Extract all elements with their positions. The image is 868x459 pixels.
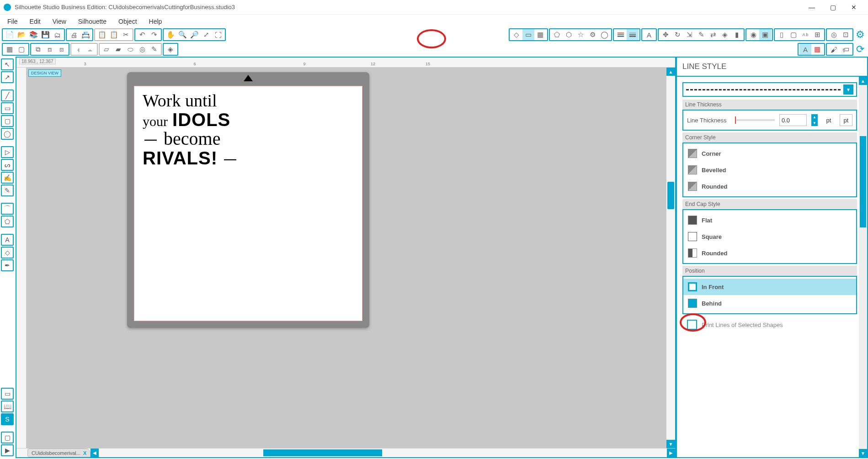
menu-view[interactable]: View: [48, 16, 71, 27]
detach-icon[interactable]: ✎: [148, 44, 160, 55]
line-pattern-dropdown[interactable]: ▼: [682, 82, 857, 97]
scroll-down-icon[interactable]: ▼: [666, 440, 675, 448]
group2-icon[interactable]: ⧇: [56, 44, 68, 55]
maximize-button[interactable]: ▢: [822, 0, 843, 14]
brush-icon[interactable]: 🖌: [828, 44, 840, 55]
close-button[interactable]: ✕: [843, 0, 864, 14]
new-icon[interactable]: 📄: [4, 29, 16, 40]
weld-icon[interactable]: ⬭: [124, 44, 136, 55]
menu-silhouette[interactable]: Silhouette: [74, 16, 111, 27]
play-icon[interactable]: ▶: [1, 444, 14, 456]
trace-icon[interactable]: ◉: [747, 29, 759, 40]
select-tool-icon[interactable]: ↖: [1, 58, 14, 70]
ungroup-icon[interactable]: ⧈: [44, 44, 56, 55]
layers-icon[interactable]: ◈: [165, 44, 176, 55]
save-icon[interactable]: 💾: [39, 29, 51, 40]
print-lines-checkbox[interactable]: [687, 320, 697, 330]
page-icon[interactable]: ▢: [788, 29, 799, 40]
line-tool-icon[interactable]: ╱: [1, 90, 14, 101]
knife-icon[interactable]: ✎: [695, 29, 707, 40]
close-tab-icon[interactable]: X: [83, 450, 86, 456]
view-grid-icon[interactable]: ▦: [811, 44, 823, 55]
unit-select[interactable]: pt: [840, 114, 852, 126]
panel-scrollbar[interactable]: ▲ ▼: [859, 77, 867, 457]
shape-star-icon[interactable]: ☆: [575, 29, 586, 40]
document-tab[interactable]: CUidolsbecomerival... X: [27, 448, 91, 457]
lib-2-icon[interactable]: 📖: [1, 401, 14, 412]
cut-settings-icon[interactable]: ▯: [776, 29, 788, 40]
cut-icon[interactable]: ✂: [120, 29, 132, 40]
save-as-icon[interactable]: 🗂: [51, 29, 63, 40]
panel-scroll-up-icon[interactable]: ▲: [859, 77, 867, 85]
grid-icon[interactable]: ▦: [534, 29, 546, 40]
send-icon[interactable]: 📇: [80, 29, 91, 40]
minimize-button[interactable]: —: [801, 0, 822, 14]
zoom-in-icon[interactable]: 🔍: [176, 29, 188, 40]
undo-icon[interactable]: ↶: [136, 29, 148, 40]
menu-object[interactable]: Object: [114, 16, 141, 27]
scroll-thumb-h[interactable]: [263, 449, 382, 456]
menu-edit[interactable]: Edit: [25, 16, 45, 27]
ellipse-icon[interactable]: ◯: [1, 128, 14, 140]
pan-icon[interactable]: ✋: [165, 29, 176, 40]
design-canvas[interactable]: DESIGN VIEW Work until your IDOLS ⸺ beco…: [27, 68, 666, 448]
arc-icon[interactable]: ⌒: [1, 203, 14, 215]
canvas-scrollbar-h[interactable]: [99, 448, 667, 457]
lib-3-icon[interactable]: S: [1, 413, 14, 425]
scroll-up-icon[interactable]: ▲: [666, 68, 675, 76]
round-rect-icon[interactable]: ▢: [1, 115, 14, 127]
deselect-icon[interactable]: ▢: [16, 44, 27, 55]
scroll-thumb-v[interactable]: [667, 182, 674, 209]
curve-tool-icon[interactable]: ᔕ: [1, 159, 14, 171]
refresh-icon[interactable]: ⟳: [854, 44, 866, 55]
eraser-icon[interactable]: ◇: [511, 29, 522, 40]
scroll-left-icon[interactable]: ◀: [91, 448, 99, 457]
reg-marks2-icon[interactable]: ⊡: [840, 29, 852, 40]
endcap-option-flat[interactable]: Flat: [683, 212, 856, 228]
endcap-option-square[interactable]: Square: [683, 228, 856, 245]
line-style-icon[interactable]: [627, 29, 639, 40]
endcap-option-rounded[interactable]: Rounded: [683, 245, 856, 261]
rotate-icon[interactable]: ↻: [671, 29, 683, 40]
fit-icon[interactable]: ⛶: [212, 29, 224, 40]
shape-pentagon-icon[interactable]: ⬠: [551, 29, 563, 40]
abc-icon[interactable]: A b: [799, 29, 811, 40]
print-icon[interactable]: 🖨: [68, 29, 80, 40]
position-option-front[interactable]: In Front: [683, 279, 856, 295]
dropdown-arrow-icon[interactable]: ▼: [843, 84, 853, 95]
menu-help[interactable]: Help: [144, 16, 167, 27]
tag-icon[interactable]: 🏷: [840, 44, 852, 55]
front-icon[interactable]: ▱: [101, 44, 112, 55]
select-all-icon[interactable]: ▦: [4, 44, 16, 55]
text-icon[interactable]: A: [1, 234, 14, 246]
thickness-slider[interactable]: [735, 119, 775, 121]
mirror-icon[interactable]: ⇄: [707, 29, 719, 40]
pen-icon[interactable]: ✒: [1, 259, 14, 271]
nest-icon[interactable]: ▮: [731, 29, 743, 40]
thickness-input[interactable]: 0.0: [779, 114, 807, 126]
polygon-tool-icon[interactable]: ▷: [1, 146, 14, 158]
shape-circle-icon[interactable]: ◯: [598, 29, 610, 40]
move-icon[interactable]: ✥: [660, 29, 671, 40]
paste-icon[interactable]: 📋: [108, 29, 120, 40]
corner-option-rounded[interactable]: Rounded: [683, 178, 856, 195]
edit-points-icon[interactable]: ↗: [1, 71, 14, 83]
settings-gear-icon[interactable]: ⚙: [854, 29, 866, 40]
freehand-icon[interactable]: ✍: [1, 172, 14, 184]
trace-area-icon[interactable]: ▣: [759, 29, 771, 40]
view-a-icon[interactable]: A: [799, 44, 811, 55]
line-color-icon[interactable]: [615, 29, 627, 40]
text-tool-icon[interactable]: A: [643, 29, 655, 40]
scroll-right-icon[interactable]: ▶: [667, 448, 675, 457]
eraser-tool-icon[interactable]: ◇: [1, 247, 14, 259]
scale-icon[interactable]: ⇲: [683, 29, 695, 40]
panel-scroll-thumb[interactable]: [860, 136, 866, 227]
offset-icon[interactable]: ◈: [719, 29, 731, 40]
lib-1-icon[interactable]: ▭: [1, 388, 14, 400]
corner-option-corner[interactable]: Corner: [683, 145, 856, 162]
pencil-icon[interactable]: ✎: [1, 185, 14, 196]
collapse-icon[interactable]: ▢: [1, 432, 14, 443]
pentagon-tool-icon[interactable]: ⬠: [1, 216, 14, 227]
redo-icon[interactable]: ↷: [148, 29, 160, 40]
design-artwork[interactable]: Work until your IDOLS ⸺ become RIVALS! ⸺: [143, 92, 239, 168]
